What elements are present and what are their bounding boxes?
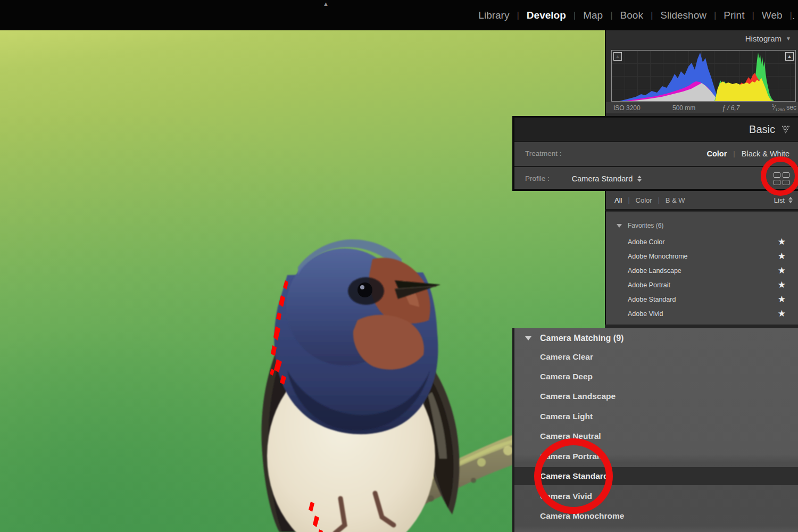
profile-item-adobe-standard[interactable]: Adobe Standard ★ xyxy=(606,292,798,306)
favorite-star-icon[interactable]: ★ xyxy=(778,266,786,275)
module-map[interactable]: Map xyxy=(576,10,610,21)
histogram-title: Histogram xyxy=(745,34,782,43)
histogram-header[interactable]: Histogram ▼ xyxy=(745,34,791,43)
profile-item-label: Adobe Color xyxy=(628,238,665,246)
profile-item-label: Camera Clear xyxy=(540,352,593,362)
view-mode-select[interactable]: List xyxy=(774,196,793,204)
profile-item-label: Camera Standard xyxy=(540,471,608,481)
profile-item-label: Adobe Landscape xyxy=(628,267,681,275)
profile-item-camera-neutral[interactable]: Camera Neutral xyxy=(514,427,798,445)
filter-separator: | xyxy=(658,196,660,204)
profile-item-label: Camera Portrait xyxy=(540,452,602,461)
shadow-clipping-icon[interactable]: ▲ xyxy=(613,52,622,61)
profile-item-label: Camera Neutral xyxy=(540,431,601,441)
filter-separator: | xyxy=(628,196,629,204)
filter-bw[interactable]: B & W xyxy=(666,196,685,204)
profile-item-label: Camera Vivid xyxy=(540,492,592,501)
view-mode-stepper-icon xyxy=(788,197,793,203)
profile-stepper-icon xyxy=(637,176,642,182)
profile-item-camera-light[interactable]: Camera Light xyxy=(514,408,798,426)
exif-aperture: ƒ / 6,7 xyxy=(722,104,739,112)
lightroom-develop-screen: ▲ Library | Develop | Map | Book | Slide… xyxy=(0,0,798,532)
treatment-label: Treatment : xyxy=(525,149,562,157)
camera-matching-section: Camera Matching (9) Camera Clear Camera … xyxy=(512,328,798,532)
module-develop[interactable]: Develop xyxy=(519,10,573,21)
profile-item-camera-landscape[interactable]: Camera Landscape xyxy=(514,387,798,405)
treatment-row: Treatment : Color | Black & White xyxy=(514,141,798,165)
module-print[interactable]: Print xyxy=(716,10,752,21)
profile-item-label: Adobe Portrait xyxy=(628,281,670,289)
shutter-denominator: 1250 xyxy=(775,107,785,112)
profile-item-camera-monochrome[interactable]: Camera Monochrome xyxy=(514,507,798,525)
profile-item-label: Adobe Standard xyxy=(628,296,676,303)
histogram-collapse-icon[interactable]: ▼ xyxy=(786,36,791,41)
profile-browser-icon[interactable] xyxy=(774,172,789,185)
profile-item-camera-standard-selected[interactable]: Camera Standard xyxy=(514,467,798,485)
profile-item-adobe-color[interactable]: Adobe Color ★ xyxy=(606,235,798,249)
profile-item-label: Adobe Monochrome xyxy=(628,253,688,260)
camera-matching-header-label: Camera Matching (9) xyxy=(540,334,624,343)
favorites-header-label: Favorites (6) xyxy=(628,222,663,229)
clipped-module-artifact: . xyxy=(792,10,795,21)
treatment-color-option[interactable]: Color xyxy=(707,149,727,158)
exif-info-strip: ISO 3200 500 mm ƒ / 6,7 1⁄1250 sec xyxy=(606,102,798,113)
histogram-box: ▲ ▲ xyxy=(611,50,796,102)
profile-browser-filter-bar: All | Color | B & W List xyxy=(605,191,798,211)
highlight-clipping-icon[interactable]: ▲ xyxy=(785,52,794,61)
favorites-collapse-icon[interactable] xyxy=(617,224,622,228)
camera-matching-header[interactable]: Camera Matching (9) xyxy=(514,331,624,345)
camera-matching-collapse-icon[interactable] xyxy=(525,336,531,340)
favorite-star-icon[interactable]: ★ xyxy=(778,252,786,261)
treatment-separator: | xyxy=(733,149,735,157)
profile-item-camera-vivid[interactable]: Camera Vivid xyxy=(514,487,798,505)
basic-panel-header[interactable]: Basic xyxy=(514,118,798,141)
panel-collapse-arrow-icon[interactable]: ▲ xyxy=(323,1,329,7)
basic-panel-title: Basic xyxy=(749,123,775,136)
profile-item-adobe-vivid[interactable]: Adobe Vivid ★ xyxy=(606,306,798,321)
profile-item-camera-portrait[interactable]: Camera Portrait xyxy=(514,447,798,466)
profile-item-camera-deep[interactable]: Camera Deep xyxy=(514,368,798,386)
module-picker: Library | Develop | Map | Book | Slidesh… xyxy=(471,0,795,30)
module-book[interactable]: Book xyxy=(613,10,651,21)
profile-item-adobe-landscape[interactable]: Adobe Landscape ★ xyxy=(606,263,798,278)
filter-all[interactable]: All xyxy=(614,196,622,204)
treatment-bw-option[interactable]: Black & White xyxy=(742,149,789,158)
bird-eye xyxy=(348,277,384,305)
shutter-unit: sec xyxy=(786,104,796,111)
filter-color[interactable]: Color xyxy=(636,196,652,204)
profile-item-adobe-portrait[interactable]: Adobe Portrait ★ xyxy=(606,278,798,292)
exif-shutter-speed: 1⁄1250 sec xyxy=(772,103,796,112)
profile-select[interactable]: Camera Standard xyxy=(572,174,642,183)
profile-item-camera-clear[interactable]: Camera Clear xyxy=(514,348,798,366)
histogram-curves xyxy=(612,51,795,101)
section-divider xyxy=(605,325,798,328)
profile-item-label: Camera Monochrome xyxy=(540,511,624,521)
top-module-bar: ▲ Library | Develop | Map | Book | Slide… xyxy=(0,0,798,30)
favorite-star-icon[interactable]: ★ xyxy=(778,280,786,289)
profile-current-value: Camera Standard xyxy=(572,174,633,183)
shutter-numerator: 1 xyxy=(772,103,774,108)
exif-focal-length: 500 mm xyxy=(672,104,695,112)
module-web[interactable]: Web xyxy=(754,10,790,21)
favorite-star-icon[interactable]: ★ xyxy=(778,295,786,304)
profile-item-adobe-monochrome[interactable]: Adobe Monochrome ★ xyxy=(606,249,798,263)
view-mode-value: List xyxy=(774,196,785,204)
exif-iso: ISO 3200 xyxy=(613,104,641,112)
profile-row: Profile : Camera Standard xyxy=(514,166,798,190)
favorite-star-icon[interactable]: ★ xyxy=(778,237,786,246)
favorites-section: Favorites (6) Adobe Color ★ Adobe Monoch… xyxy=(605,212,798,325)
profile-item-label: Camera Deep xyxy=(540,372,593,381)
profile-label: Profile : xyxy=(525,174,550,182)
favorite-star-icon[interactable]: ★ xyxy=(778,309,786,318)
module-slideshow[interactable]: Slideshow xyxy=(653,10,714,21)
favorites-header[interactable]: Favorites (6) xyxy=(606,222,663,229)
module-library[interactable]: Library xyxy=(471,10,517,21)
profile-item-label: Camera Light xyxy=(540,412,593,421)
basic-panel: Basic Treatment : Color | Black & White … xyxy=(512,116,798,191)
solo-mode-icon[interactable] xyxy=(782,126,791,134)
profile-item-label: Adobe Vivid xyxy=(628,310,663,318)
profile-item-label: Camera Landscape xyxy=(540,392,616,401)
